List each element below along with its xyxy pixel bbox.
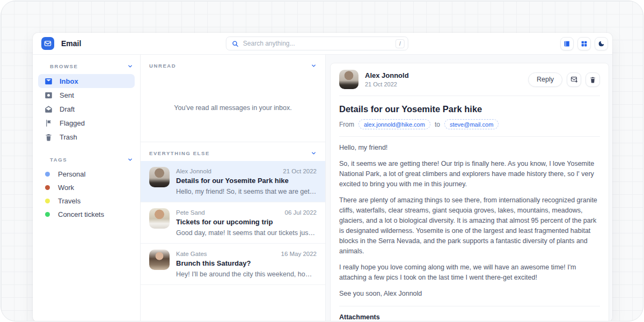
- email-preview: Hey! I'll be around the city this weeken…: [176, 270, 317, 278]
- chevron-down-icon: [127, 157, 133, 163]
- email-body: Hello, my friend! So, it seems we are ge…: [339, 143, 600, 299]
- tag-dot: [45, 199, 50, 203]
- avatar: [339, 70, 358, 89]
- unread-section-header[interactable]: UNREAD: [141, 55, 325, 74]
- to-email-chip[interactable]: steve@mail.com: [444, 119, 499, 129]
- tag-dot: [45, 185, 50, 190]
- sidebar-item-label: Inbox: [60, 77, 78, 85]
- to-label: to: [435, 121, 440, 128]
- email-item-body: Pete Sand 06 Jul 2022 Tickets for our up…: [176, 208, 317, 237]
- envelope-logo-icon: [44, 40, 52, 47]
- dark-mode-button[interactable]: [595, 37, 608, 50]
- flag-icon: [45, 119, 53, 127]
- tags-label: TAGS: [50, 157, 67, 163]
- everything-else-section-header[interactable]: EVERYTHING ELSE: [141, 142, 325, 161]
- trash-icon: [589, 76, 596, 83]
- sidebar-item-inbox[interactable]: Inbox: [38, 74, 135, 88]
- page-background: Email /: [1, 1, 643, 321]
- tag-label: Concert tickets: [58, 210, 104, 218]
- email-sender: Pete Sand: [176, 209, 205, 216]
- app-title: Email: [61, 39, 81, 48]
- email-sender: Kate Gates: [176, 251, 207, 257]
- envelope-plus-icon: [570, 76, 578, 83]
- forward-button[interactable]: [567, 72, 581, 87]
- email-date: 21 Oct 2022: [283, 168, 317, 174]
- tag-item-concert-tickets[interactable]: Concert tickets: [38, 208, 135, 221]
- divider: [339, 306, 600, 306]
- sidebar-item-sent[interactable]: Sent: [38, 88, 135, 102]
- unread-label: UNREAD: [149, 63, 176, 69]
- sidebar: BROWSE Inbox Sent: [33, 55, 141, 321]
- detail-sender-name: Alex Jonnold: [365, 71, 409, 79]
- search-icon: [232, 40, 239, 47]
- email-list-column: UNREAD You've read all messages in your …: [141, 55, 326, 321]
- app-logo: [41, 37, 54, 50]
- trash-icon: [45, 133, 53, 141]
- from-email-chip[interactable]: alex.jonnold@hike.com: [358, 119, 430, 129]
- avatar: [149, 167, 170, 187]
- main-area: BROWSE Inbox Sent: [33, 55, 612, 321]
- draft-icon: [45, 105, 53, 113]
- moon-icon: [598, 40, 605, 47]
- book-icon: [564, 40, 570, 47]
- unread-empty-state: You've read all messages in your inbox.: [141, 74, 325, 142]
- apps-button[interactable]: [577, 37, 591, 50]
- email-subject: Brunch this Saturday?: [176, 259, 317, 267]
- email-sender: Alex Jonnold: [176, 168, 211, 174]
- chevron-down-icon: [311, 150, 317, 156]
- tags-section-header[interactable]: TAGS: [38, 152, 135, 167]
- email-date: 06 Jul 2022: [285, 209, 317, 216]
- reply-button[interactable]: Reply: [528, 72, 562, 87]
- sidebar-spacer: [38, 144, 135, 152]
- search-bar[interactable]: /: [226, 36, 408, 50]
- tag-label: Work: [58, 184, 74, 192]
- delete-button[interactable]: [586, 72, 600, 87]
- avatar: [149, 208, 170, 229]
- contacts-button[interactable]: [560, 37, 574, 50]
- from-to-line: From alex.jonnold@hike.com to steve@mail…: [339, 119, 600, 137]
- browse-label: BROWSE: [50, 63, 78, 69]
- sidebar-item-draft[interactable]: Draft: [38, 102, 135, 116]
- search-shortcut-badge: /: [396, 39, 405, 48]
- body-paragraph: There are plenty of amazing things to se…: [339, 195, 600, 257]
- from-label: From: [339, 121, 354, 128]
- email-item-body: Kate Gates 16 May 2022 Brunch this Satur…: [176, 250, 317, 278]
- avatar: [149, 250, 170, 270]
- grid-icon: [581, 40, 588, 47]
- email-list-item[interactable]: Alex Jonnold 21 Oct 2022 Details for our…: [141, 161, 325, 202]
- header-actions: [560, 37, 608, 50]
- email-list-item[interactable]: Pete Sand 06 Jul 2022 Tickets for our up…: [141, 202, 325, 244]
- tag-dot: [45, 172, 50, 177]
- email-date: 16 May 2022: [281, 251, 317, 257]
- email-subject: Details for our Yosemite Park hike: [176, 177, 317, 185]
- tag-item-personal[interactable]: Personal: [38, 167, 135, 181]
- email-detail-panel: Alex Jonnold 21 Oct 2022 Reply: [326, 55, 612, 321]
- body-paragraph: See you soon, Alex Jonnold: [339, 289, 600, 299]
- email-app-window: Email /: [33, 33, 612, 321]
- email-list-item[interactable]: Kate Gates 16 May 2022 Brunch this Satur…: [141, 244, 325, 285]
- tag-label: Travels: [58, 197, 80, 205]
- sidebar-item-flagged[interactable]: Flagged: [38, 116, 135, 130]
- detail-subject: Details for our Yosemite Park hike: [339, 104, 600, 114]
- attachments-label: Attachments: [339, 313, 600, 321]
- sidebar-item-label: Flagged: [60, 119, 85, 127]
- chevron-down-icon: [127, 63, 133, 69]
- sidebar-item-label: Draft: [60, 105, 75, 113]
- search-input[interactable]: [243, 40, 391, 47]
- email-subject: Tickets for our upcoming trip: [176, 218, 317, 226]
- detail-sender-block: Alex Jonnold 21 Oct 2022: [365, 71, 409, 87]
- email-preview: Good day, mate! It seems that our ticket…: [176, 229, 317, 237]
- sidebar-item-trash[interactable]: Trash: [38, 130, 135, 144]
- detail-actions: Reply: [528, 72, 600, 87]
- tag-label: Personal: [58, 170, 85, 178]
- email-item-body: Alex Jonnold 21 Oct 2022 Details for our…: [176, 167, 317, 195]
- sidebar-item-label: Sent: [60, 91, 74, 99]
- body-paragraph: Hello, my friend!: [339, 143, 600, 153]
- email-preview: Hello, my friend! So, it seems that we a…: [176, 188, 317, 195]
- app-header: Email /: [33, 33, 612, 55]
- tag-item-work[interactable]: Work: [38, 181, 135, 194]
- detail-header: Alex Jonnold 21 Oct 2022 Reply: [339, 70, 600, 96]
- browse-section-header[interactable]: BROWSE: [38, 59, 135, 74]
- tag-item-travels[interactable]: Travels: [38, 194, 135, 208]
- everything-else-label: EVERYTHING ELSE: [149, 150, 210, 156]
